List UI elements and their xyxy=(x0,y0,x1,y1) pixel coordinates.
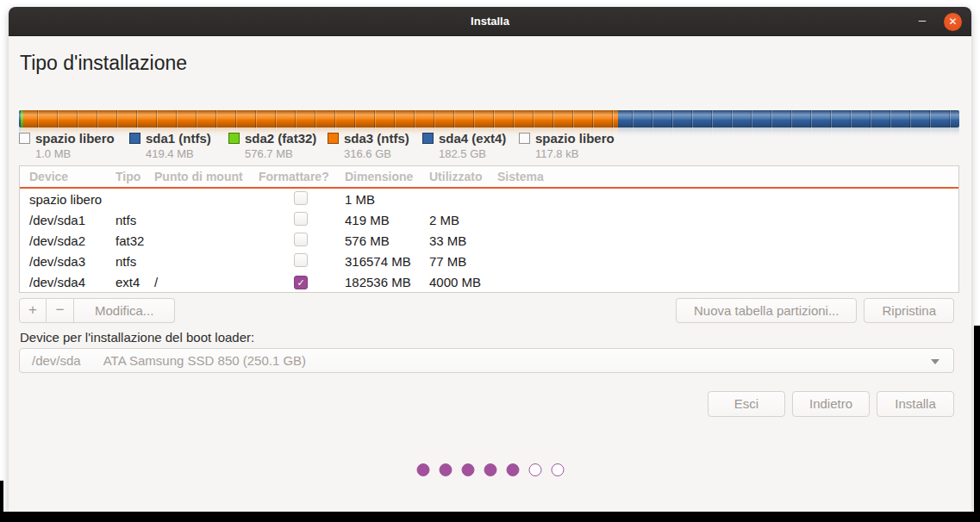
table-row[interactable]: /dev/sda4 ext4 / ✓ 182536 MB 4000 MB xyxy=(20,271,958,292)
cell-format: ✓ xyxy=(259,274,345,289)
bootloader-device: /dev/sda xyxy=(32,353,81,368)
chevron-down-icon xyxy=(931,359,939,364)
bootloader-label: Device per l'installazione del boot load… xyxy=(20,330,254,345)
legend-label: sda2 (fat32) xyxy=(245,131,316,146)
partition-legend: spazio libero 1.0 MB sda1 (ntfs) 419.4 M… xyxy=(19,131,959,169)
minimize-button[interactable]: – xyxy=(911,7,933,36)
column-header[interactable]: Sistema xyxy=(497,170,958,183)
page-title: Tipo d'installazione xyxy=(20,52,187,75)
progress-dot-filled xyxy=(416,463,429,476)
table-row[interactable]: spazio libero 1 MB xyxy=(20,189,958,209)
back-button[interactable]: Indietro xyxy=(792,391,870,417)
close-button[interactable]: ✕ xyxy=(944,13,962,31)
close-icon: ✕ xyxy=(948,16,957,28)
partition-toolbar: + − Modifica... xyxy=(19,298,175,323)
bootloader-device-description: ATA Samsung SSD 850 (250.1 GB) xyxy=(103,353,306,368)
cell-used: 33 MB xyxy=(429,233,497,248)
screen-edge-right xyxy=(974,326,980,522)
progress-dot-filled xyxy=(461,463,474,476)
cell-device: /dev/sda2 xyxy=(20,233,115,248)
cell-format xyxy=(259,253,345,270)
format-checkbox[interactable] xyxy=(294,191,308,205)
cell-device: /dev/sda3 xyxy=(20,254,115,269)
legend-size: 316.6 GB xyxy=(344,147,409,160)
table-row[interactable]: /dev/sda1 ntfs 419 MB 2 MB xyxy=(20,209,958,230)
cell-used: 4000 MB xyxy=(429,275,497,289)
cell-type: ntfs xyxy=(115,213,154,227)
column-header[interactable]: Dimensione xyxy=(345,170,429,183)
legend-size: 182.5 GB xyxy=(439,147,506,160)
revert-button[interactable]: Ripristina xyxy=(864,298,954,323)
screen-edge-left xyxy=(0,481,3,522)
cell-size: 182536 MB xyxy=(345,275,429,289)
new-partition-table-button[interactable]: Nuova tabella partizioni... xyxy=(676,298,857,323)
partition-color-swatch xyxy=(228,133,240,144)
partition-color-swatch xyxy=(422,133,434,144)
cell-device: /dev/sda4 xyxy=(20,275,115,289)
column-header[interactable]: Utilizzato xyxy=(429,170,497,183)
cell-format xyxy=(259,191,345,208)
partition-table: DeviceTipoPunto di mountFormattare?Dimen… xyxy=(19,165,959,293)
legend-size: 576.7 MB xyxy=(245,147,316,160)
progress-dot-empty xyxy=(551,463,564,476)
legend-size: 117.8 kB xyxy=(535,147,615,160)
bootloader-device-combobox[interactable]: /dev/sda ATA Samsung SSD 850 (250.1 GB) xyxy=(19,348,954,373)
legend-label: sda1 (ntfs) xyxy=(146,131,211,146)
legend-label: spazio libero xyxy=(35,131,115,146)
column-header[interactable]: Device xyxy=(20,170,115,183)
table-row[interactable]: /dev/sda2 fat32 576 MB 33 MB xyxy=(20,230,958,251)
page-content: Tipo d'installazione spazio libero 1.0 M… xyxy=(9,36,971,512)
partition-color-swatch xyxy=(519,133,530,144)
progress-dots xyxy=(416,463,564,476)
progress-dot-filled xyxy=(439,463,452,476)
titlebar: Installa – ✕ xyxy=(9,7,971,36)
partition-color-swatch xyxy=(328,133,339,144)
cell-format xyxy=(259,233,345,249)
install-button[interactable]: Installa xyxy=(877,391,954,417)
cell-size: 1 MB xyxy=(345,192,429,207)
format-checkbox[interactable] xyxy=(294,233,308,246)
progress-dot-empty xyxy=(528,463,541,476)
column-header[interactable]: Punto di mount xyxy=(154,170,259,183)
legend-size: 419.4 MB xyxy=(146,147,211,160)
legend-item: sda2 (fat32) 576.7 MB xyxy=(228,131,316,160)
add-partition-button[interactable]: + xyxy=(19,298,47,323)
screen-edge-bottom xyxy=(0,512,980,522)
partition-color-swatch xyxy=(129,133,140,144)
legend-label: spazio libero xyxy=(535,131,615,146)
cell-type: fat32 xyxy=(115,233,154,248)
table-row[interactable]: /dev/sda3 ntfs 316574 MB 77 MB xyxy=(20,251,958,271)
minimize-icon: – xyxy=(919,12,926,27)
legend-item: sda4 (ext4) 182.5 GB xyxy=(422,131,506,160)
partition-color-swatch xyxy=(19,133,30,144)
cell-mount-point: / xyxy=(154,275,259,289)
column-header[interactable]: Tipo xyxy=(115,170,154,183)
legend-item: sda1 (ntfs) 419.4 MB xyxy=(129,131,211,160)
legend-label: sda4 (ext4) xyxy=(439,131,506,146)
cell-size: 316574 MB xyxy=(345,254,429,269)
quit-button[interactable]: Esci xyxy=(708,391,785,417)
column-header[interactable]: Formattare? xyxy=(259,170,345,183)
legend-item: spazio libero 117.8 kB xyxy=(519,131,615,160)
cell-used: 2 MB xyxy=(429,213,497,227)
installer-window: Installa – ✕ Tipo d'installazione spazio… xyxy=(9,7,971,512)
remove-partition-button[interactable]: − xyxy=(47,298,74,323)
legend-item: sda3 (ntfs) 316.6 GB xyxy=(328,131,409,160)
legend-size: 1.0 MB xyxy=(35,147,115,160)
action-buttons: Esci Indietro Installa xyxy=(708,391,954,417)
window-title: Installa xyxy=(9,7,971,36)
format-checkbox[interactable] xyxy=(294,253,308,267)
partition-bar-segment-sda4 xyxy=(618,110,960,127)
legend-label: sda3 (ntfs) xyxy=(344,131,409,146)
cell-size: 576 MB xyxy=(345,233,429,248)
edit-partition-button[interactable]: Modifica... xyxy=(74,298,175,323)
cell-type: ntfs xyxy=(115,254,154,269)
cell-size: 419 MB xyxy=(345,213,429,227)
cell-device: spazio libero xyxy=(20,192,115,207)
format-checkbox[interactable] xyxy=(294,212,308,226)
format-checkbox[interactable]: ✓ xyxy=(294,276,308,289)
cell-used: 77 MB xyxy=(429,254,497,269)
partition-toolbar-right: Nuova tabella partizioni... Ripristina xyxy=(676,298,954,323)
progress-dot-filled xyxy=(506,463,519,476)
table-header-row: DeviceTipoPunto di mountFormattare?Dimen… xyxy=(20,166,958,187)
